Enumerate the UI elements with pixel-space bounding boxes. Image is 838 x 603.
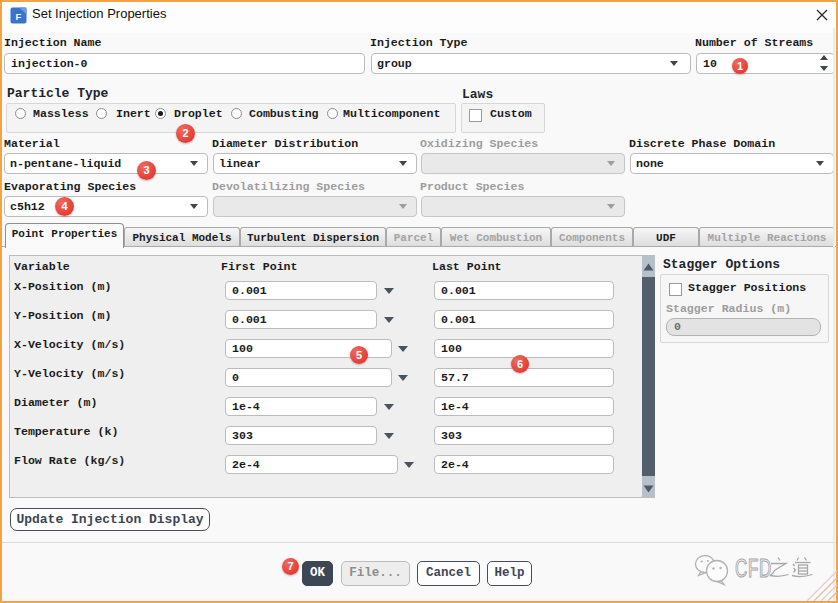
svg-text:CFD: CFD — [735, 554, 772, 582]
svg-text:F: F — [16, 11, 22, 22]
